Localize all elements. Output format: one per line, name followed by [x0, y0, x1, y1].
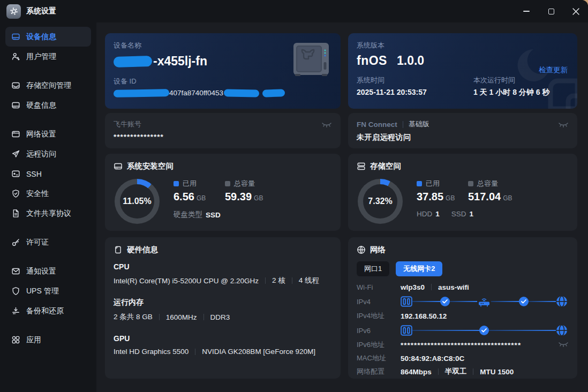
- sidebar-item-label: 存储空间管理: [26, 81, 71, 91]
- sidebar-item-label: 硬盘信息: [26, 101, 56, 110]
- ipv6-topology-row: IPv6: [357, 325, 569, 336]
- ipv6-topology-diagram: [401, 325, 568, 336]
- toggle-visibility-button[interactable]: [558, 342, 569, 349]
- sidebar-item-license[interactable]: 许可证: [5, 232, 91, 252]
- sidebar-item-label: 用户管理: [26, 52, 56, 62]
- notifications-icon: [11, 267, 20, 276]
- sidebar-item-backup-restore[interactable]: 备份和还原: [5, 301, 91, 321]
- sidebar-item-ups-management[interactable]: UPS 管理: [5, 281, 91, 301]
- titlebar: 系统设置: [0, 0, 588, 22]
- storage-donut-chart: 7.32%: [358, 179, 403, 224]
- apps-icon: [11, 335, 20, 344]
- device-card: 设备名称 -x455lj-fn 设备 ID 407fa8740ff0453: [105, 33, 341, 109]
- sidebar-item-device-info[interactable]: 设备信息: [5, 27, 91, 47]
- card-header: 系统安装空间: [114, 161, 332, 171]
- app-icon: [6, 4, 21, 19]
- sidebar-item-label: 备份和还原: [26, 306, 64, 316]
- fn-connect-status: 未开启远程访问: [357, 133, 569, 142]
- window-title: 系统设置: [26, 6, 56, 16]
- minimize-button[interactable]: [514, 0, 539, 22]
- check-icon: [479, 326, 489, 335]
- router-icon: [477, 296, 491, 307]
- eye-closed-icon: [321, 122, 332, 129]
- legend-swatch-total: [225, 181, 230, 186]
- ipv4-address-row: IPv4地址 192.168.50.12: [357, 311, 569, 321]
- total-value: 517.04GB: [468, 191, 512, 203]
- sidebar-item-file-sharing[interactable]: 文件共享协议: [5, 203, 91, 223]
- system-version-card: 系统版本 fnOS 1.0.0 检查更新 系统时间 2025-11-21 20:…: [348, 33, 577, 109]
- redaction-scribble: [224, 89, 259, 97]
- file-sharing-icon: [11, 209, 20, 218]
- device-info-icon: [11, 32, 20, 41]
- wifi-row: Wi-Fi wlp3s0asus-wifi: [357, 282, 569, 292]
- close-icon: [572, 8, 579, 15]
- check-icon: [440, 297, 450, 306]
- users-icon: [11, 52, 20, 61]
- maximize-button[interactable]: [539, 0, 563, 22]
- used-value: 37.85GB: [417, 191, 468, 203]
- globe-icon: [357, 245, 366, 254]
- backup-restore-icon: [11, 306, 20, 315]
- minimize-icon: [523, 11, 530, 12]
- fn-connect-header: FN Connect 基础版: [357, 119, 569, 129]
- legend-swatch-total: [468, 181, 473, 186]
- system-time-label: 系统时间: [357, 76, 473, 85]
- toggle-visibility-button[interactable]: [321, 122, 332, 131]
- sidebar-item-storage-management[interactable]: 存储空间管理: [5, 76, 91, 95]
- sidebar-item-label: 应用: [26, 335, 41, 345]
- window-controls: [514, 0, 588, 22]
- connection-line: [412, 330, 480, 331]
- sidebar: 设备信息 用户管理 存储空间管理 硬盘信息 网络设置: [0, 22, 96, 392]
- sidebar-item-notifications[interactable]: 通知设置: [5, 261, 91, 281]
- disk-type-row: 硬盘类型SSD: [174, 210, 332, 220]
- redaction-scribble: [114, 56, 152, 67]
- eye-closed-icon: [558, 342, 569, 349]
- nas-icon: [401, 325, 412, 336]
- ram-line: 2 条共 8 GB1600MHzDDR3: [114, 312, 332, 322]
- os-version: 1.0.0: [397, 54, 424, 68]
- ipv4-topology-row: IPv4: [357, 296, 569, 307]
- hardware-info-card: 硬件信息 CPU Intel(R) Core(TM) i5-5200U CPU …: [105, 237, 341, 379]
- uptime-value: 1 天 1 小时 8 分钟 6 秒: [473, 88, 549, 97]
- sidebar-item-label: SSH: [26, 170, 42, 178]
- legend-used-label: 已用: [183, 179, 197, 189]
- ipv6-address-row: IPv6地址 *********************************…: [357, 340, 569, 350]
- disk-count-row: HDD1SSD1: [417, 210, 569, 218]
- sidebar-item-remote-access[interactable]: 远程访问: [5, 144, 91, 164]
- sidebar-item-security[interactable]: 安全性: [5, 184, 91, 203]
- system-space-donut-chart: 11.05%: [115, 179, 160, 224]
- card-header: 网络: [357, 245, 569, 255]
- remote-access-icon: [11, 149, 20, 159]
- check-icon: [519, 297, 529, 306]
- sidebar-item-user-management[interactable]: 用户管理: [5, 47, 91, 66]
- toggle-visibility-button[interactable]: [558, 122, 569, 131]
- tab-ethernet-1[interactable]: 网口1: [357, 261, 389, 276]
- sidebar-item-label: 许可证: [26, 238, 49, 247]
- tab-wireless-2[interactable]: 无线网卡2: [396, 261, 442, 276]
- feiniu-account-label: 飞牛账号: [114, 119, 332, 129]
- connection-line: [491, 301, 519, 302]
- network-settings-icon: [11, 130, 20, 139]
- close-button[interactable]: [563, 0, 588, 22]
- sidebar-item-network-settings[interactable]: 网络设置: [5, 124, 91, 144]
- check-update-link[interactable]: 检查更新: [539, 65, 568, 75]
- uptime-label: 本次运行时间: [473, 76, 549, 85]
- drive-icon: [114, 162, 123, 171]
- security-icon: [11, 189, 20, 198]
- sidebar-item-disk-info[interactable]: 硬盘信息: [5, 95, 91, 115]
- used-value: 6.56GB: [174, 191, 225, 203]
- legend-swatch-used: [417, 181, 422, 186]
- sidebar-item-label: 文件共享协议: [26, 209, 71, 218]
- sidebar-item-ssh[interactable]: SSH: [5, 164, 91, 184]
- sidebar-item-label: 通知设置: [26, 267, 56, 276]
- os-name: fnOS: [357, 54, 387, 68]
- legend-total-label: 总容量: [477, 179, 498, 189]
- legend-used-label: 已用: [426, 179, 440, 189]
- internet-globe-icon: [556, 325, 568, 336]
- card-title: 网络: [370, 245, 386, 255]
- ipv4-topology-diagram: [401, 296, 568, 307]
- internet-globe-icon: [556, 296, 568, 307]
- sidebar-item-apps[interactable]: 应用: [5, 330, 91, 350]
- maximize-icon: [548, 9, 554, 14]
- redaction-scribble: [114, 89, 169, 97]
